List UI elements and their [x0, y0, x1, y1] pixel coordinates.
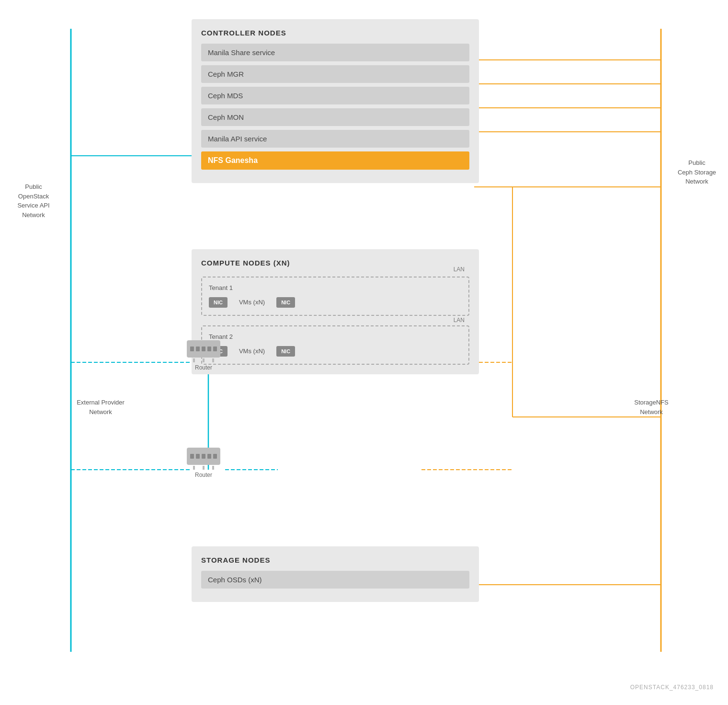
router-2: Router [187, 448, 220, 478]
compute-title: COMPUTE NODES (xN) [201, 259, 469, 267]
tenant-1-box: Tenant 1 NIC VMs (xN) NIC [201, 277, 469, 316]
controller-nodes-box: CONTROLLER NODES Manila Share service Ce… [192, 19, 479, 183]
router-port [202, 454, 205, 459]
tenant-2-label: Tenant 2 [209, 333, 462, 340]
lan-label-1: LAN [454, 266, 465, 273]
left-network-label: Public OpenStack Service API Network [10, 182, 57, 220]
tenant-2-nic-right: NIC [276, 346, 295, 357]
router-2-feet [193, 466, 214, 470]
compute-nodes-box: COMPUTE NODES (xN) LAN Tenant 1 NIC VMs … [192, 249, 479, 374]
tenant-2-nic-vm-row: NIC VMs (xN) NIC [209, 345, 462, 357]
router-port [196, 454, 200, 459]
service-manila-api: Manila API service [201, 130, 469, 148]
tenant-1-nic-right: NIC [276, 297, 295, 308]
router-1-label: Router [195, 364, 212, 371]
router-1-ports [190, 347, 217, 351]
router-1-feet [193, 358, 214, 362]
router-port [213, 454, 217, 459]
router-foot [203, 358, 205, 362]
router-port [190, 347, 194, 351]
router-1-body [187, 340, 220, 358]
service-ceph-mds: Ceph MDS [201, 87, 469, 104]
storage-nodes-box: STORAGE NODES Ceph OSDs (xN) [192, 546, 479, 602]
tenant-2-box: Tenant 2 NIC VMs (xN) NIC [201, 325, 469, 365]
service-ceph-mgr: Ceph MGR [201, 65, 469, 83]
router-port [213, 347, 217, 351]
right-network-label: Public Ceph Storage Network [671, 158, 723, 186]
tenant-1-vms: VMs (xN) [231, 296, 273, 308]
router-foot [203, 466, 205, 470]
router-2-ports [190, 454, 217, 459]
router-foot [193, 358, 195, 362]
router-port [207, 347, 211, 351]
tenant-1-nic-left: NIC [209, 297, 228, 308]
tenant-2-vms: VMs (xN) [231, 345, 273, 357]
service-manila-share: Manila Share service [201, 44, 469, 61]
lan-label-2: LAN [454, 317, 465, 324]
storage-nfs-label: StorageNFS Network [627, 398, 675, 416]
router-port [190, 454, 194, 459]
tenant-1-label: Tenant 1 [209, 284, 462, 291]
router-1: Router [187, 340, 220, 371]
router-port [207, 454, 211, 459]
storage-title: STORAGE NODES [201, 556, 469, 564]
tenant-1-nic-vm-row: NIC VMs (xN) NIC [209, 296, 462, 308]
diagram-container: Public OpenStack Service API Network Pub… [0, 0, 728, 705]
router-foot [212, 466, 214, 470]
router-2-label: Router [195, 472, 212, 478]
router-port [202, 347, 205, 351]
external-provider-label: External Provider Network [74, 398, 127, 416]
router-port [196, 347, 200, 351]
service-ceph-mon: Ceph MON [201, 108, 469, 126]
controller-title: CONTROLLER NODES [201, 29, 469, 37]
service-nfs-ganesha: NFS Ganesha [201, 151, 469, 170]
router-foot [212, 358, 214, 362]
service-ceph-osds: Ceph OSDs (xN) [201, 571, 469, 589]
watermark: OPENSTACK_476233_0818 [630, 684, 714, 691]
router-foot [193, 466, 195, 470]
router-2-body [187, 448, 220, 465]
